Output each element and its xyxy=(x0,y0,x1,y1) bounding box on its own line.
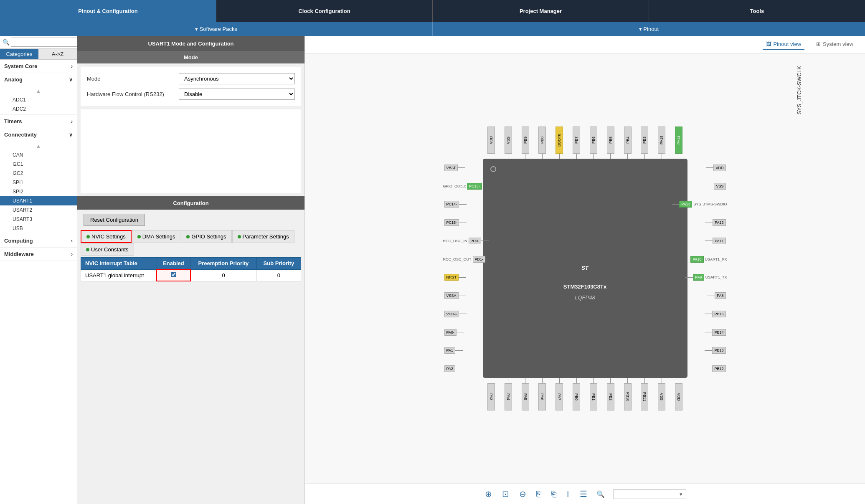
frame-button[interactable]: ⊡ xyxy=(501,488,510,500)
top-vertical-label: SYS_JTCK-SWCLK xyxy=(796,66,802,114)
top-pin-vss: VSS xyxy=(505,127,512,159)
top-pin-pb3: PB3 xyxy=(641,127,648,159)
timers-header[interactable]: Timers › xyxy=(0,115,77,128)
hw-flow-select[interactable]: Disable xyxy=(179,89,295,100)
computing-arrow: › xyxy=(71,238,73,244)
mode-select[interactable]: Asynchronous xyxy=(179,73,295,84)
connectivity-arrow: ∨ xyxy=(69,132,73,138)
sidebar-item-spi2[interactable]: SPI2 xyxy=(0,187,77,196)
left-pin-pc15: PC15- xyxy=(443,219,493,226)
layout1-button[interactable]: ⦀ xyxy=(566,489,571,500)
pinout-view-icon: 🖼 xyxy=(766,41,771,47)
toolbar-search-input[interactable] xyxy=(617,491,680,497)
sidebar-item-usart2[interactable]: USART2 xyxy=(0,205,77,215)
tab-nvic[interactable]: NVIC Settings xyxy=(81,230,132,243)
section-middleware: Middleware › xyxy=(0,248,77,261)
top-pins-row: VDD VSS PB9 PB8 xyxy=(483,127,687,159)
tab-dma[interactable]: DMA Settings xyxy=(132,230,181,243)
mode-section: Mode xyxy=(77,51,304,63)
connectivity-header[interactable]: Connectivity ∨ xyxy=(0,128,77,141)
col-preemption: Preemption Priority xyxy=(190,258,257,270)
sidebar-item-can[interactable]: CAN xyxy=(0,150,77,160)
nav-clock[interactable]: Clock Configuration xyxy=(216,0,433,22)
right-pin-pa13: SYS_JTMS-SWDIO PA13 xyxy=(672,201,727,208)
tab-system-view[interactable]: ⊞ System view xyxy=(813,39,857,50)
enabled-checkbox[interactable] xyxy=(171,272,176,277)
tab-pinout-view[interactable]: 🖼 Pinout view xyxy=(763,39,804,50)
right-panel: 🖼 Pinout view ⊞ System view SYS_JTCK-SWC… xyxy=(305,36,865,504)
config-header: Configuration xyxy=(77,196,304,210)
sidebar-item-usb[interactable]: USB xyxy=(0,224,77,233)
sidebar-item-i2c1[interactable]: I2C1 xyxy=(0,160,77,169)
chip-name: STM32F103C8Tx xyxy=(563,280,606,291)
copy-button[interactable]: ⎘ xyxy=(535,489,542,500)
chip-area: SYS_JTCK-SWCLK VDD VSS PB9 xyxy=(305,53,865,484)
top-pin-pb7: PB7 xyxy=(573,127,580,159)
tab-atoz[interactable]: A->Z xyxy=(38,49,77,59)
sidebar-item-usart1[interactable]: USART1 xyxy=(0,196,77,205)
left-pin-pd0: RCC_OSC_IN PD0- xyxy=(443,238,493,244)
right-pin-vdd: VDD xyxy=(672,165,727,171)
dma-dot xyxy=(137,235,141,238)
sidebar-item-usart3[interactable]: USART3 xyxy=(0,215,77,224)
top-pin-pb6: PB6 xyxy=(590,127,597,159)
sub-priority-cell: 0 xyxy=(256,269,301,281)
toolbar-search-box: ▾ xyxy=(613,489,686,499)
hw-flow-row: Hardware Flow Control (RS232) Disable xyxy=(87,89,295,100)
sub-nav-pinout[interactable]: ▾ Pinout xyxy=(433,22,865,36)
tab-categories[interactable]: Categories xyxy=(0,49,38,59)
analog-items: ▲ ADC1 ADC2 xyxy=(0,86,77,114)
panel-title: USART1 Mode and Configuration xyxy=(77,36,304,51)
section-computing: Computing › xyxy=(0,234,77,248)
right-pin-vss: VSS xyxy=(672,183,727,190)
bottom-pins-row: PA3 PA4 PA5 PA6 xyxy=(483,378,687,410)
computing-header[interactable]: Computing › xyxy=(0,234,77,247)
bottom-toolbar: ⊕ ⊡ ⊖ ⎘ ⎗ ⦀ ☰ 🔍 ▾ xyxy=(305,484,865,504)
right-pin-pa10: USART1_RX PA10 xyxy=(672,256,727,263)
analog-arrow: ∨ xyxy=(69,77,73,83)
config-section: Configuration Reset Configuration NVIC S… xyxy=(77,196,304,283)
system-core-header[interactable]: System Core › xyxy=(0,60,77,73)
chip-container: VDD VSS PB9 PB8 xyxy=(443,127,727,410)
analog-header[interactable]: Analog ∨ xyxy=(0,73,77,86)
nav-pinout[interactable]: Pinout & Configuration xyxy=(0,0,216,22)
nav-project[interactable]: Project Manager xyxy=(433,0,649,22)
left-pin-pa0: PA0- xyxy=(443,329,493,336)
reset-config-button[interactable]: Reset Configuration xyxy=(84,214,145,226)
nav-tools[interactable]: Tools xyxy=(649,0,865,22)
right-pin-pb13: PB13 xyxy=(672,347,727,354)
right-pin-pa8: PA8 xyxy=(672,292,727,299)
user-dot xyxy=(86,248,89,251)
right-pin-pb15: PB15 xyxy=(672,311,727,317)
sidebar-search-row: 🔍 ⚙ xyxy=(0,36,77,49)
right-pin-pa9: USART1_TX PA9 xyxy=(672,274,727,281)
sidebar: 🔍 ⚙ Categories A->Z System Core › Analog xyxy=(0,36,77,504)
sidebar-item-i2c2[interactable]: I2C2 xyxy=(0,169,77,178)
sub-nav-software[interactable]: ▾ Software Packs xyxy=(0,22,433,36)
timers-arrow: › xyxy=(71,119,73,124)
tab-gpio[interactable]: GPIO Settings xyxy=(181,230,231,243)
left-pin-pa1: PA1 xyxy=(443,347,493,354)
enabled-cell[interactable] xyxy=(157,269,190,281)
paste-button[interactable]: ⎗ xyxy=(550,489,557,500)
view-tab-bar: 🖼 Pinout view ⊞ System view xyxy=(305,36,865,53)
analog-separator: ▲ xyxy=(0,87,77,95)
left-pin-nrst: NRST xyxy=(443,274,493,281)
zoom-in-button[interactable]: ⊕ xyxy=(484,488,493,500)
toolbar-search-dropdown[interactable]: ▾ xyxy=(680,491,682,497)
layout2-button[interactable]: ☰ xyxy=(579,488,588,500)
tab-param[interactable]: Parameter Settings xyxy=(232,230,294,243)
top-pin-boot0: BOOT0 xyxy=(556,127,563,159)
param-dot xyxy=(238,235,241,238)
zoom-out-button[interactable]: ⊖ xyxy=(518,488,527,500)
tab-user[interactable]: User Constants xyxy=(81,243,134,256)
search-input[interactable] xyxy=(11,38,77,47)
sidebar-item-adc2[interactable]: ADC2 xyxy=(0,104,77,114)
mode-row: Mode Asynchronous xyxy=(87,73,295,84)
middleware-header[interactable]: Middleware › xyxy=(0,248,77,261)
config-tabs: NVIC Settings DMA Settings GPIO Settings… xyxy=(81,230,301,256)
sidebar-item-spi1[interactable]: SPI1 xyxy=(0,178,77,187)
nvic-table: NVIC Interrupt Table Enabled Preemption … xyxy=(81,257,301,281)
left-pin-vbat: VBAT xyxy=(443,165,493,171)
sidebar-item-adc1[interactable]: ADC1 xyxy=(0,95,77,104)
